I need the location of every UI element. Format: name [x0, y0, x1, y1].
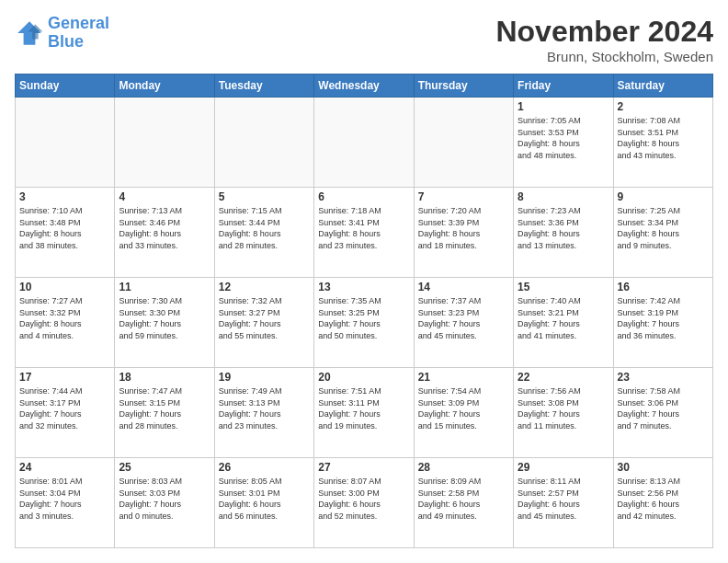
calendar-cell-w4-d4: 20Sunrise: 7:51 AM Sunset: 3:11 PM Dayli…: [314, 368, 414, 458]
calendar-cell-w3-d4: 13Sunrise: 7:35 AM Sunset: 3:25 PM Dayli…: [314, 278, 414, 368]
calendar-cell-w1-d4: [314, 98, 414, 188]
calendar-cell-w2-d7: 9Sunrise: 7:25 AM Sunset: 3:34 PM Daylig…: [613, 188, 712, 278]
day-info: Sunrise: 8:01 AM Sunset: 3:04 PM Dayligh…: [19, 476, 110, 522]
title-section: November 2024 Brunn, Stockholm, Sweden: [495, 15, 713, 64]
day-info: Sunrise: 7:32 AM Sunset: 3:27 PM Dayligh…: [219, 295, 310, 341]
calendar-cell-w3-d1: 10Sunrise: 7:27 AM Sunset: 3:32 PM Dayli…: [16, 278, 115, 368]
day-number: 12: [219, 281, 310, 293]
calendar-cell-w2-d4: 6Sunrise: 7:18 AM Sunset: 3:41 PM Daylig…: [314, 188, 414, 278]
week-row-5: 24Sunrise: 8:01 AM Sunset: 3:04 PM Dayli…: [16, 458, 713, 548]
logo-icon: [15, 18, 44, 48]
day-number: 30: [618, 461, 709, 474]
calendar-cell-w5-d7: 30Sunrise: 8:13 AM Sunset: 2:56 PM Dayli…: [613, 458, 712, 548]
day-number: 26: [219, 461, 310, 474]
calendar-cell-w1-d1: [16, 98, 115, 188]
day-info: Sunrise: 7:30 AM Sunset: 3:30 PM Dayligh…: [119, 295, 210, 341]
day-number: 25: [119, 461, 210, 474]
header-saturday: Saturday: [613, 75, 712, 98]
day-number: 15: [518, 281, 609, 293]
day-number: 8: [518, 190, 609, 203]
day-info: Sunrise: 7:25 AM Sunset: 3:34 PM Dayligh…: [618, 205, 709, 251]
week-row-2: 3Sunrise: 7:10 AM Sunset: 3:48 PM Daylig…: [16, 188, 713, 278]
day-info: Sunrise: 7:42 AM Sunset: 3:19 PM Dayligh…: [618, 295, 709, 341]
logo-text: General Blue: [48, 15, 109, 52]
logo-line1: General: [48, 14, 109, 32]
calendar-cell-w4-d6: 22Sunrise: 7:56 AM Sunset: 3:08 PM Dayli…: [514, 368, 613, 458]
calendar-cell-w4-d2: 18Sunrise: 7:47 AM Sunset: 3:15 PM Dayli…: [115, 368, 214, 458]
day-number: 13: [318, 281, 409, 293]
day-info: Sunrise: 7:58 AM Sunset: 3:06 PM Dayligh…: [618, 385, 709, 431]
day-info: Sunrise: 8:03 AM Sunset: 3:03 PM Dayligh…: [119, 476, 210, 522]
calendar-cell-w1-d7: 2Sunrise: 7:08 AM Sunset: 3:51 PM Daylig…: [613, 98, 712, 188]
day-number: 6: [318, 190, 409, 203]
day-info: Sunrise: 7:08 AM Sunset: 3:51 PM Dayligh…: [618, 115, 709, 161]
calendar-cell-w2-d5: 7Sunrise: 7:20 AM Sunset: 3:39 PM Daylig…: [414, 188, 513, 278]
day-info: Sunrise: 7:20 AM Sunset: 3:39 PM Dayligh…: [418, 205, 509, 251]
calendar-cell-w5-d6: 29Sunrise: 8:11 AM Sunset: 2:57 PM Dayli…: [514, 458, 613, 548]
header-thursday: Thursday: [414, 75, 513, 98]
calendar-cell-w3-d7: 16Sunrise: 7:42 AM Sunset: 3:19 PM Dayli…: [613, 278, 712, 368]
logo-line2: Blue: [48, 32, 84, 51]
calendar-cell-w3-d2: 11Sunrise: 7:30 AM Sunset: 3:30 PM Dayli…: [115, 278, 214, 368]
calendar-cell-w4-d7: 23Sunrise: 7:58 AM Sunset: 3:06 PM Dayli…: [613, 368, 712, 458]
day-info: Sunrise: 7:44 AM Sunset: 3:17 PM Dayligh…: [19, 385, 110, 431]
day-info: Sunrise: 8:05 AM Sunset: 3:01 PM Dayligh…: [219, 476, 310, 522]
calendar-cell-w2-d6: 8Sunrise: 7:23 AM Sunset: 3:36 PM Daylig…: [514, 188, 613, 278]
day-number: 16: [618, 281, 709, 293]
calendar-cell-w5-d4: 27Sunrise: 8:07 AM Sunset: 3:00 PM Dayli…: [314, 458, 414, 548]
header-monday: Monday: [115, 75, 214, 98]
day-number: 11: [119, 281, 210, 293]
day-number: 14: [418, 281, 509, 293]
day-number: 23: [618, 371, 709, 384]
calendar-cell-w1-d2: [115, 98, 214, 188]
calendar-cell-w1-d3: [214, 98, 313, 188]
calendar-cell-w4-d3: 19Sunrise: 7:49 AM Sunset: 3:13 PM Dayli…: [214, 368, 313, 458]
week-row-4: 17Sunrise: 7:44 AM Sunset: 3:17 PM Dayli…: [16, 368, 713, 458]
week-row-1: 1Sunrise: 7:05 AM Sunset: 3:53 PM Daylig…: [16, 98, 713, 188]
day-number: 22: [518, 371, 609, 384]
weekday-header-row: Sunday Monday Tuesday Wednesday Thursday…: [16, 75, 713, 98]
day-info: Sunrise: 7:15 AM Sunset: 3:44 PM Dayligh…: [219, 205, 310, 251]
month-title: November 2024: [495, 15, 713, 49]
day-info: Sunrise: 7:10 AM Sunset: 3:48 PM Dayligh…: [19, 205, 110, 251]
day-number: 28: [418, 461, 509, 474]
calendar-cell-w2-d2: 4Sunrise: 7:13 AM Sunset: 3:46 PM Daylig…: [115, 188, 214, 278]
day-info: Sunrise: 7:05 AM Sunset: 3:53 PM Dayligh…: [518, 115, 609, 161]
day-info: Sunrise: 7:27 AM Sunset: 3:32 PM Dayligh…: [19, 295, 110, 341]
day-number: 1: [518, 100, 609, 113]
header-wednesday: Wednesday: [314, 75, 414, 98]
calendar-cell-w1-d5: [414, 98, 513, 188]
header-friday: Friday: [514, 75, 613, 98]
day-number: 2: [618, 100, 709, 113]
day-number: 10: [19, 281, 110, 293]
calendar-cell-w5-d5: 28Sunrise: 8:09 AM Sunset: 2:58 PM Dayli…: [414, 458, 513, 548]
calendar-cell-w5-d3: 26Sunrise: 8:05 AM Sunset: 3:01 PM Dayli…: [214, 458, 313, 548]
calendar-cell-w3-d3: 12Sunrise: 7:32 AM Sunset: 3:27 PM Dayli…: [214, 278, 313, 368]
day-number: 27: [318, 461, 409, 474]
day-number: 24: [19, 461, 110, 474]
calendar-cell-w2-d3: 5Sunrise: 7:15 AM Sunset: 3:44 PM Daylig…: [214, 188, 313, 278]
day-info: Sunrise: 7:56 AM Sunset: 3:08 PM Dayligh…: [518, 385, 609, 431]
day-number: 17: [19, 371, 110, 384]
day-info: Sunrise: 8:07 AM Sunset: 3:00 PM Dayligh…: [318, 476, 409, 522]
day-info: Sunrise: 7:23 AM Sunset: 3:36 PM Dayligh…: [518, 205, 609, 251]
calendar-cell-w1-d6: 1Sunrise: 7:05 AM Sunset: 3:53 PM Daylig…: [514, 98, 613, 188]
day-info: Sunrise: 8:11 AM Sunset: 2:57 PM Dayligh…: [518, 476, 609, 522]
calendar-cell-w3-d5: 14Sunrise: 7:37 AM Sunset: 3:23 PM Dayli…: [414, 278, 513, 368]
calendar-cell-w5-d1: 24Sunrise: 8:01 AM Sunset: 3:04 PM Dayli…: [16, 458, 115, 548]
day-number: 5: [219, 190, 310, 203]
week-row-3: 10Sunrise: 7:27 AM Sunset: 3:32 PM Dayli…: [16, 278, 713, 368]
day-number: 4: [119, 190, 210, 203]
day-number: 21: [418, 371, 509, 384]
day-number: 7: [418, 190, 509, 203]
page: General Blue November 2024 Brunn, Stockh…: [0, 0, 728, 563]
day-info: Sunrise: 7:54 AM Sunset: 3:09 PM Dayligh…: [418, 385, 509, 431]
day-info: Sunrise: 8:09 AM Sunset: 2:58 PM Dayligh…: [418, 476, 509, 522]
header-tuesday: Tuesday: [214, 75, 313, 98]
day-info: Sunrise: 7:47 AM Sunset: 3:15 PM Dayligh…: [119, 385, 210, 431]
day-info: Sunrise: 7:51 AM Sunset: 3:11 PM Dayligh…: [318, 385, 409, 431]
day-info: Sunrise: 7:18 AM Sunset: 3:41 PM Dayligh…: [318, 205, 409, 251]
calendar-cell-w4-d5: 21Sunrise: 7:54 AM Sunset: 3:09 PM Dayli…: [414, 368, 513, 458]
logo: General Blue: [15, 15, 109, 52]
day-number: 9: [618, 190, 709, 203]
